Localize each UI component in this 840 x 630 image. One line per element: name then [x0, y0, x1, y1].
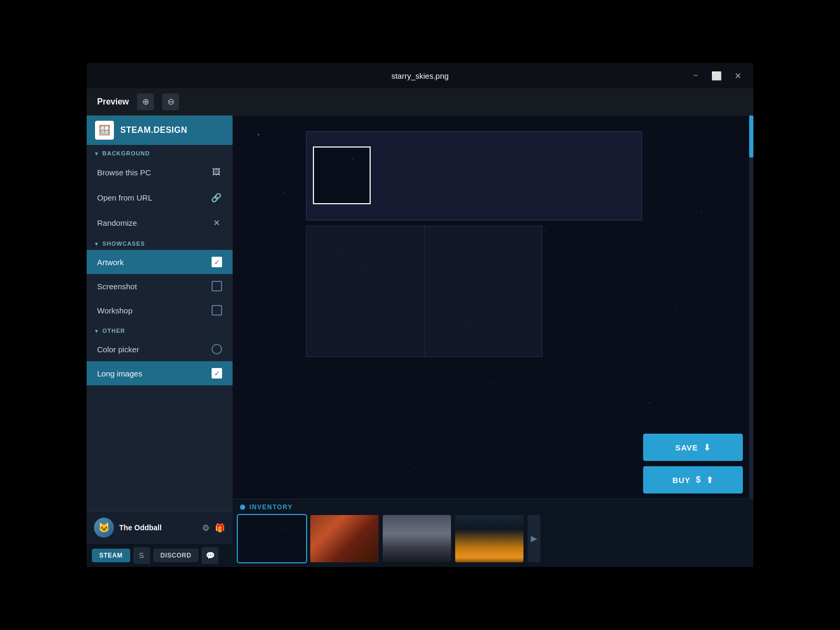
- avatar-emoji: 🐱: [98, 522, 110, 533]
- username-label: The Oddball: [119, 523, 197, 532]
- discord-icon-glyph: 💬: [206, 551, 215, 560]
- filename-label: starry_skies.png: [391, 71, 448, 80]
- longimages-checkbox[interactable]: ✓: [212, 368, 222, 379]
- steam-icon-glyph: S: [139, 551, 144, 560]
- thumbnail-2[interactable]: [310, 515, 379, 562]
- link-icon: 🔗: [211, 192, 222, 203]
- inventory-dot: [240, 505, 245, 510]
- preview-bar: Preview ⊕ ⊖: [87, 88, 753, 116]
- mockup-cell-2: [425, 226, 542, 356]
- sidebar-item-browse[interactable]: Browse this PC 🖼: [87, 160, 233, 185]
- share-icon: ⬆: [706, 475, 713, 485]
- preview-area: INVENTORY ▶ SAVE ⬇ BUY $: [233, 116, 753, 567]
- colorpicker-label: Color picker: [97, 345, 139, 354]
- longimages-label: Long images: [97, 369, 142, 378]
- buy-label: BUY: [673, 476, 691, 485]
- avatar: 🐱: [94, 518, 114, 538]
- sidebar-item-workshop[interactable]: Workshop: [87, 298, 233, 322]
- close-button[interactable]: ✕: [730, 68, 745, 83]
- sidebar-item-randomize[interactable]: Randomize ✕: [87, 210, 233, 235]
- sidebar-item-colorpicker[interactable]: Color picker: [87, 337, 233, 361]
- top-bar: [0, 0, 840, 63]
- thumbnail-4[interactable]: [455, 515, 523, 562]
- artwork-label: Artwork: [97, 258, 124, 267]
- chevron-down-icon-3: ▾: [95, 328, 98, 334]
- zoom-in-button[interactable]: ⊕: [137, 93, 154, 110]
- vertical-scrollbar[interactable]: [749, 116, 753, 499]
- sidebar-item-openurl[interactable]: Open from URL 🔗: [87, 185, 233, 210]
- image-icon: 🖼: [211, 166, 222, 178]
- user-icons: ⚙ 🎁: [202, 523, 225, 533]
- screenshot-label: Screenshot: [97, 282, 137, 291]
- zoom-in-icon: ⊕: [142, 97, 149, 107]
- download-icon: ⬇: [704, 443, 711, 453]
- randomize-label: Randomize: [97, 218, 137, 227]
- sidebar-header: 🪟 STEAM.DESIGN: [87, 116, 233, 145]
- main-content: 🪟 STEAM.DESIGN ▾ BACKGROUND Browse this …: [87, 116, 753, 567]
- steam-icon[interactable]: S: [133, 547, 150, 564]
- action-buttons: SAVE ⬇ BUY $ ⬆: [643, 434, 743, 494]
- zoom-out-button[interactable]: ⊖: [162, 93, 179, 110]
- showcases-section-header[interactable]: ▾ SHOWCASES: [87, 235, 233, 250]
- chevron-down-icon: ▾: [95, 151, 98, 156]
- thumbnails-more-button[interactable]: ▶: [528, 515, 540, 562]
- showcases-section-label: SHOWCASES: [102, 240, 145, 247]
- mockup-cell-1: [307, 226, 425, 356]
- other-section-label: OTHER: [102, 328, 125, 334]
- openurl-label: Open from URL: [97, 193, 152, 202]
- sidebar-item-longimages[interactable]: Long images ✓: [87, 361, 233, 385]
- artwork-checkbox[interactable]: ✓: [212, 257, 222, 267]
- sidebar-item-screenshot[interactable]: Screenshot: [87, 274, 233, 298]
- dollar-icon: $: [696, 475, 701, 485]
- colorpicker-radio[interactable]: [212, 344, 222, 354]
- minimize-button[interactable]: −: [688, 68, 703, 83]
- chevron-down-icon-2: ▾: [95, 241, 98, 247]
- workshop-label: Workshop: [97, 306, 132, 315]
- scrollbar-thumb[interactable]: [749, 116, 753, 158]
- logo-icon: 🪟: [99, 124, 110, 136]
- preview-mockup-top: [306, 131, 642, 220]
- platform-bar: STEAM S DISCORD 💬: [87, 544, 233, 567]
- sidebar: 🪟 STEAM.DESIGN ▾ BACKGROUND Browse this …: [87, 116, 233, 567]
- screenshot-checkbox[interactable]: [212, 281, 222, 291]
- save-label: SAVE: [675, 443, 698, 452]
- steam-platform-button[interactable]: STEAM: [92, 549, 130, 562]
- user-row: 🐱 The Oddball ⚙ 🎁: [87, 511, 233, 544]
- inventory-bar: INVENTORY ▶: [233, 499, 753, 567]
- thumbnail-1[interactable]: [238, 515, 306, 562]
- background-section-label: BACKGROUND: [102, 150, 150, 156]
- shuffle-icon: ✕: [211, 217, 222, 228]
- discord-platform-button[interactable]: DISCORD: [153, 549, 199, 562]
- gift-icon[interactable]: 🎁: [215, 523, 225, 533]
- browse-label: Browse this PC: [97, 168, 151, 177]
- inventory-header: INVENTORY: [238, 499, 748, 513]
- zoom-out-icon: ⊖: [167, 97, 174, 107]
- sidebar-logo: 🪟: [95, 121, 114, 140]
- save-button[interactable]: SAVE ⬇: [643, 434, 743, 461]
- app-window: starry_skies.png − ⬜ ✕ Preview ⊕ ⊖ 🪟 STE…: [87, 63, 753, 567]
- thumbnails-row: ▶: [238, 513, 748, 567]
- inventory-label: INVENTORY: [249, 503, 293, 511]
- app-title: STEAM.DESIGN: [120, 125, 187, 135]
- maximize-button[interactable]: ⬜: [709, 68, 724, 83]
- preview-mockup-bottom: [306, 226, 542, 357]
- buy-button[interactable]: BUY $ ⬆: [643, 466, 743, 494]
- thumbnail-3[interactable]: [383, 515, 451, 562]
- preview-label: Preview: [97, 97, 129, 107]
- background-section-header[interactable]: ▾ BACKGROUND: [87, 145, 233, 160]
- discord-icon[interactable]: 💬: [202, 547, 218, 564]
- other-section-header[interactable]: ▾ OTHER: [87, 322, 233, 337]
- window-controls: − ⬜ ✕: [688, 68, 745, 83]
- workshop-checkbox[interactable]: [212, 305, 222, 316]
- mini-thumbnail: [313, 146, 371, 204]
- sidebar-footer: 🐱 The Oddball ⚙ 🎁 STEAM S DISCORD 💬: [87, 511, 233, 567]
- sidebar-item-artwork[interactable]: Artwork ✓: [87, 250, 233, 274]
- settings-icon[interactable]: ⚙: [202, 523, 209, 533]
- title-bar: starry_skies.png − ⬜ ✕: [87, 63, 753, 88]
